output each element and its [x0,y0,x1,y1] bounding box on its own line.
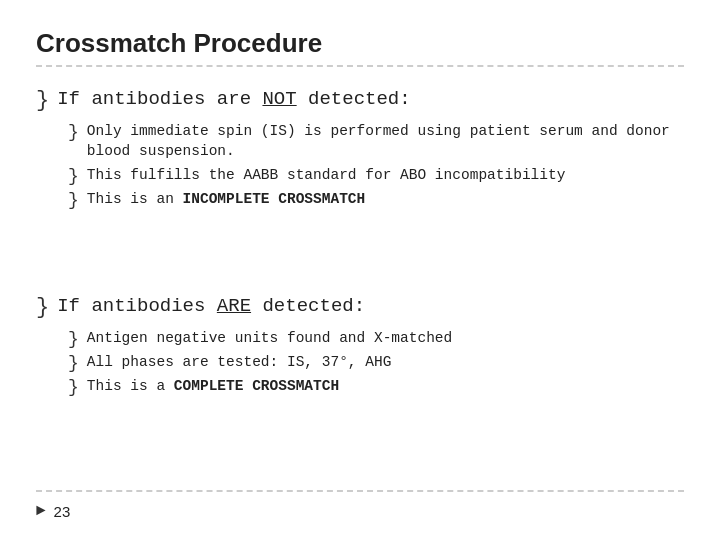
sub-bullet-3-text: This is an INCOMPLETE CROSSMATCH [87,189,365,209]
section1-bullet-arrow: } [36,88,49,113]
slide-title: Crossmatch Procedure [36,28,684,67]
page-number: 23 [54,503,71,520]
sub-bullet-4-arrow: } [68,329,79,349]
footer-area: ► 23 [36,482,684,520]
sub-bullet-2-text: This fulfills the AABB standard for ABO … [87,165,566,185]
sub-bullet-4: } Antigen negative units found and X-mat… [68,328,684,349]
section2: } If antibodies ARE detected: } Antigen … [36,294,684,401]
footer-divider [36,490,684,492]
sub-bullet-5-text: All phases are tested: IS, 37°, AHG [87,352,392,372]
sub-bullet-1-text: Only immediate spin (IS) is performed us… [87,121,684,162]
section2-sub-bullets: } Antigen negative units found and X-mat… [68,328,684,397]
section2-heading-text: If antibodies ARE detected: [57,294,365,320]
footer: ► 23 [36,498,684,520]
sub-bullet-3: } This is an INCOMPLETE CROSSMATCH [68,189,684,210]
section1-heading: } If antibodies are NOT detected: [36,87,684,113]
content-area: } If antibodies are NOT detected: } Only… [36,81,684,520]
sub-bullet-2-arrow: } [68,166,79,186]
sub-bullet-6-text: This is a COMPLETE CROSSMATCH [87,376,339,396]
sub-bullet-6: } This is a COMPLETE CROSSMATCH [68,376,684,397]
sub-bullet-3-arrow: } [68,190,79,210]
section2-bullet-arrow: } [36,295,49,320]
sub-bullet-6-arrow: } [68,377,79,397]
section1: } If antibodies are NOT detected: } Only… [36,87,684,214]
section1-heading-text: If antibodies are NOT detected: [57,87,410,113]
sub-bullet-1-arrow: } [68,122,79,142]
sub-bullet-5: } All phases are tested: IS, 37°, AHG [68,352,684,373]
section1-sub-bullets: } Only immediate spin (IS) is performed … [68,121,684,210]
slide: Crossmatch Procedure } If antibodies are… [0,0,720,540]
sub-bullet-4-text: Antigen negative units found and X-match… [87,328,452,348]
section2-heading: } If antibodies ARE detected: [36,294,684,320]
sub-bullet-5-arrow: } [68,353,79,373]
footer-arrow-icon: ► [36,502,46,520]
sub-bullet-1: } Only immediate spin (IS) is performed … [68,121,684,162]
sub-bullet-2: } This fulfills the AABB standard for AB… [68,165,684,186]
